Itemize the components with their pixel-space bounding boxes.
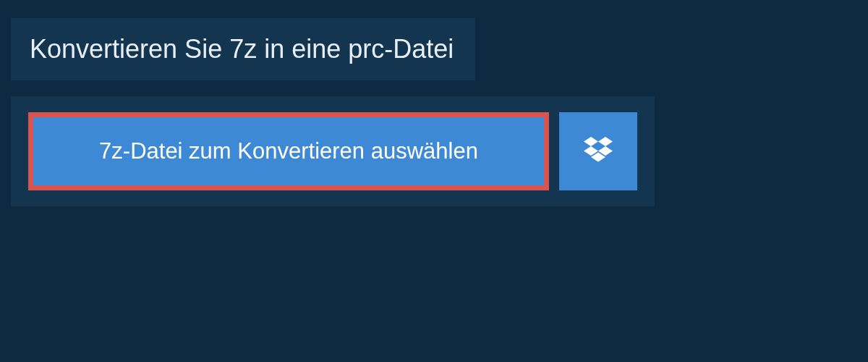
header-bar: Konvertieren Sie 7z in eine prc-Datei xyxy=(11,18,475,80)
upload-panel: 7z-Datei zum Konvertieren auswählen xyxy=(11,96,655,206)
select-file-label: 7z-Datei zum Konvertieren auswählen xyxy=(99,138,478,164)
page-title: Konvertieren Sie 7z in eine prc-Datei xyxy=(30,34,454,64)
dropbox-icon xyxy=(584,137,613,166)
dropbox-button[interactable] xyxy=(559,112,637,190)
select-file-button[interactable]: 7z-Datei zum Konvertieren auswählen xyxy=(28,112,549,190)
